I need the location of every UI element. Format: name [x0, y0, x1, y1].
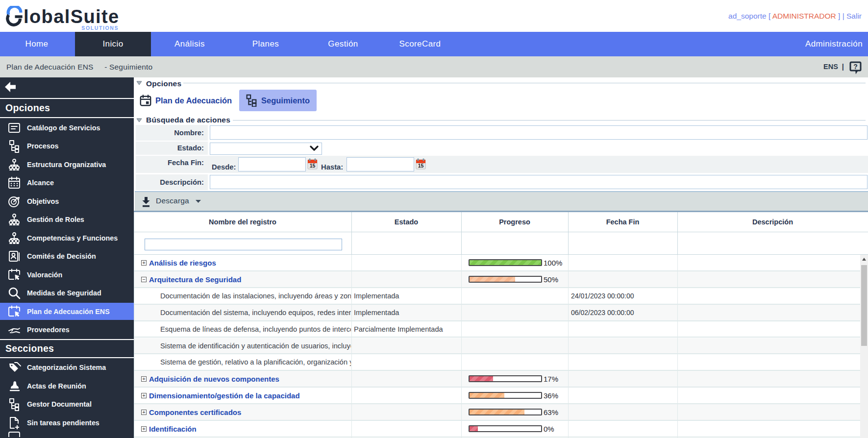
- svg-text:15: 15: [310, 163, 316, 169]
- svg-text:?: ?: [853, 63, 858, 71]
- svg-text:lobalSuite: lobalSuite: [24, 6, 120, 27]
- svg-text:15: 15: [418, 163, 424, 169]
- svg-text:SOLUTIONS: SOLUTIONS: [81, 25, 119, 31]
